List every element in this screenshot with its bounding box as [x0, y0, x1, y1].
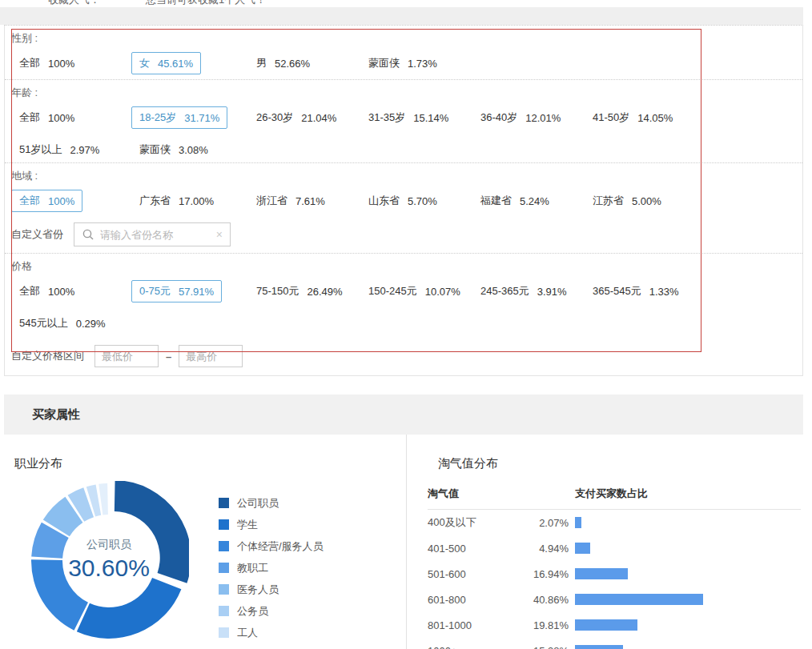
legend-label: 个体经营/服务人员 [237, 539, 324, 554]
filter-option-price-0-75元[interactable]: 0-75元57.91% [131, 280, 222, 302]
filter-option-name: 0-75元 [139, 284, 171, 298]
filter-option-price-545元以上[interactable]: 545元以上0.29% [11, 312, 114, 335]
custom-price-label: 自定义价格区间 [11, 349, 84, 363]
legend-item-公务员: 公务员 [219, 600, 324, 622]
filter-option-percent: 5.24% [520, 195, 549, 207]
filter-option-name: 245-365元 [480, 284, 529, 298]
legend-item-个体经营/服务人员: 个体经营/服务人员 [219, 535, 324, 557]
occupation-donut-row: 公司职员 30.60% 公司职员学生个体经营/服务人员教职工医务人员公务员工人 [4, 481, 406, 643]
taoqi-row-400及以下: 400及以下2.07% [428, 510, 801, 535]
gender-options: 全部100%女45.61%男52.66%蒙面侠1.73% [11, 52, 802, 74]
filter-option-gender-蒙面侠[interactable]: 蒙面侠1.73% [360, 52, 445, 74]
gray-band [0, 7, 803, 25]
occupation-donut: 公司职员 30.60% [29, 481, 189, 641]
legend-label: 公务员 [237, 604, 268, 619]
section-header-buyer-attributes: 买家属性 [4, 395, 803, 435]
province-search-box[interactable]: × [74, 222, 231, 246]
legend-label: 工人 [237, 626, 258, 640]
filter-option-name: 男 [256, 56, 267, 70]
filter-option-region-全部[interactable]: 全部100% [11, 190, 82, 212]
filter-option-age-18-25岁[interactable]: 18-25岁31.71% [131, 106, 227, 129]
filter-option-percent: 100% [48, 58, 74, 70]
taoqi-row-1000+: 1000+15.38% [428, 638, 801, 649]
filter-option-price-150-245元[interactable]: 150-245元10.07% [360, 280, 468, 302]
price-options: 全部100%0-75元57.91%75-150元26.49%150-245元10… [11, 280, 802, 335]
taoqi-col-header-share: 支付买家数占比 [575, 487, 648, 501]
filter-option-age-36-40岁[interactable]: 36-40岁12.01% [472, 106, 569, 129]
filter-option-percent: 2.97% [70, 144, 99, 156]
filter-option-name: 75-150元 [256, 284, 299, 298]
filter-option-region-江苏省[interactable]: 江苏省5.00% [585, 190, 669, 212]
taoqi-range-label: 601-800 [428, 594, 517, 606]
filter-option-price-365-545元[interactable]: 365-545元1.33% [585, 280, 687, 302]
filter-option-price-全部[interactable]: 全部100% [11, 280, 82, 302]
filter-option-price-245-365元[interactable]: 245-365元3.91% [472, 280, 575, 302]
filter-option-price-75-150元[interactable]: 75-150元26.49% [248, 280, 351, 302]
legend-swatch [219, 519, 229, 530]
filter-section-price: 价格 全部100%0-75元57.91%75-150元26.49%150-245… [5, 254, 802, 375]
taoqi-table-header: 淘气值 支付买家数占比 [428, 487, 801, 510]
taoqi-range-label: 400及以下 [428, 515, 517, 530]
filter-option-region-山东省[interactable]: 山东省5.70% [360, 190, 445, 212]
filter-option-age-51岁以上[interactable]: 51岁以上2.97% [11, 138, 107, 161]
occupation-legend: 公司职员学生个体经营/服务人员教职工医务人员公务员工人 [219, 492, 324, 643]
filter-option-name: 蒙面侠 [139, 142, 171, 157]
min-price-input[interactable] [94, 345, 159, 367]
legend-label: 教职工 [237, 561, 268, 575]
taoqi-row-401-500: 401-5004.94% [428, 535, 801, 561]
collect-popularity-label: 收藏人气： [48, 0, 100, 7]
filter-option-age-31-35岁[interactable]: 31-35岁15.14% [360, 106, 456, 129]
filter-option-percent: 100% [48, 195, 74, 207]
legend-swatch [219, 606, 229, 616]
taoqi-row-501-600: 501-60016.94% [428, 561, 801, 587]
filter-option-name: 浙江省 [256, 194, 287, 208]
custom-province-label: 自定义省份 [11, 227, 63, 242]
region-options: 全部100%广东省17.00%浙江省7.61%山东省5.70%福建省5.24%江… [11, 190, 802, 212]
filter-option-name: 蒙面侠 [368, 56, 400, 70]
taoqi-percent-label: 16.94% [517, 568, 569, 580]
taoqi-percent-label: 15.38% [517, 645, 569, 649]
filter-option-age-蒙面侠[interactable]: 蒙面侠3.08% [131, 138, 216, 161]
taoqi-chart-title: 淘气值分布 [438, 456, 801, 471]
filter-option-region-福建省[interactable]: 福建省5.24% [472, 190, 557, 212]
gender-section-label: 性别 : [11, 32, 802, 45]
filter-option-region-广东省[interactable]: 广东省17.00% [131, 190, 222, 212]
filter-option-percent: 31.71% [184, 112, 219, 124]
price-section-label: 价格 [11, 260, 802, 273]
filter-option-region-浙江省[interactable]: 浙江省7.61% [248, 190, 333, 212]
taoqi-bar [575, 517, 581, 528]
taoqi-range-label: 401-500 [428, 543, 517, 555]
legend-label: 学生 [237, 518, 258, 532]
clear-icon[interactable]: × [216, 229, 223, 240]
filter-option-age-全部[interactable]: 全部100% [11, 106, 82, 129]
legend-swatch [219, 498, 229, 508]
legend-swatch [219, 541, 229, 551]
filter-option-name: 31-35岁 [368, 110, 405, 125]
filter-option-name: 18-25岁 [139, 110, 176, 125]
range-dash: – [166, 351, 171, 363]
legend-label: 医务人员 [237, 583, 279, 597]
taoqi-col-header-value: 淘气值 [428, 487, 575, 501]
max-price-input[interactable] [179, 345, 243, 367]
filter-option-percent: 21.04% [301, 112, 336, 124]
filter-option-percent: 1.73% [408, 58, 437, 70]
filter-option-name: 山东省 [368, 194, 400, 208]
province-search-input[interactable] [100, 229, 209, 241]
filter-option-gender-男[interactable]: 男52.66% [248, 52, 318, 74]
age-section-label: 年龄 : [11, 86, 802, 99]
occupation-chart-title: 职业分布 [14, 456, 406, 471]
filter-option-name: 36-40岁 [480, 110, 517, 125]
taoqi-range-label: 801-1000 [428, 619, 517, 631]
filter-option-percent: 5.70% [408, 195, 437, 207]
filter-option-gender-女[interactable]: 女45.61% [131, 52, 201, 74]
filter-option-percent: 0.29% [76, 318, 106, 330]
filter-option-percent: 10.07% [425, 286, 460, 298]
legend-swatch [219, 627, 229, 638]
filter-option-age-41-50岁[interactable]: 41-50岁14.05% [585, 106, 681, 129]
filter-option-age-26-30岁[interactable]: 26-30岁21.04% [248, 106, 344, 129]
taoqi-row-601-800: 601-80040.86% [428, 587, 801, 612]
filter-option-name: 女 [139, 56, 150, 70]
filter-option-name: 福建省 [480, 194, 512, 208]
filter-option-name: 26-30岁 [256, 110, 293, 125]
filter-option-gender-全部[interactable]: 全部100% [11, 52, 82, 74]
